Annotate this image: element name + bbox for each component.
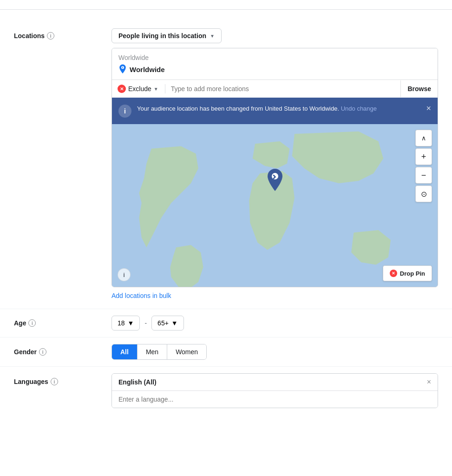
age-label: Age i [14,319,111,327]
add-bulk-link[interactable]: Add locations in bulk [111,292,171,299]
age-max-value: 65+ [157,319,169,327]
gender-buttons: All Men Women [111,344,207,360]
browse-button[interactable]: Browse [400,80,438,97]
gender-women-label: Women [176,348,198,356]
locations-label-text: Locations [14,32,45,40]
exclude-button[interactable]: ✕ Exclude ▼ [112,80,164,98]
languages-content: English (All) × [111,373,438,408]
gender-label-text: Gender [14,348,37,356]
gender-label: Gender i [14,348,111,356]
gender-all-button[interactable]: All [112,344,138,359]
info-banner-message: Your audience location has been changed … [137,105,339,112]
drop-pin-label: Drop Pin [400,270,425,277]
language-tag-english-text: English (All) [118,378,157,386]
languages-row: Languages i English (All) × [0,366,452,417]
gender-women-button[interactable]: Women [167,344,206,359]
languages-label-text: Languages [14,378,48,385]
age-min-value: 18 [118,319,125,327]
info-banner-text: Your audience location has been changed … [137,104,420,113]
exclude-chevron-icon: ▼ [154,86,158,92]
location-display: Worldwide Worldwide [112,48,438,79]
search-divider [165,84,165,93]
undo-change-link[interactable]: Undo change [341,105,377,112]
location-placeholder: Worldwide [118,54,431,61]
language-tag-english: English (All) × [112,374,438,391]
locations-info-icon[interactable]: i [47,32,54,40]
age-max-chevron: ▼ [171,319,178,327]
map-container: ∧ + − ⊙ [112,124,438,287]
minus-icon: − [421,171,426,180]
locate-icon: ⊙ [421,190,427,198]
gender-all-label: All [120,348,129,356]
languages-info-icon[interactable]: i [51,378,58,385]
drop-pin-x-icon: ✕ [390,270,397,277]
location-type-label: People living in this location [118,32,206,40]
exclude-label: Exclude [128,85,151,93]
location-search-input[interactable] [166,80,401,97]
age-max-dropdown[interactable]: 65+ ▼ [151,316,184,331]
info-banner-icon: i [118,105,131,118]
age-label-text: Age [14,319,26,327]
map-info-bottom-icon[interactable]: i [118,268,131,281]
language-search-input[interactable] [112,391,438,408]
locations-section: Locations i People living in this locati… [0,24,452,309]
browse-label: Browse [407,85,431,93]
selected-location-text: Worldwide [130,66,165,73]
location-input-container: Worldwide Worldwide ✕ Exclude [111,48,438,287]
exclude-x-icon: ✕ [118,85,126,93]
exclude-search-row: ✕ Exclude ▼ Browse [112,79,438,98]
close-icon[interactable]: × [426,104,431,112]
map-expand-button[interactable]: ∧ [415,130,432,146]
chevron-up-icon: ∧ [421,134,426,142]
location-type-button[interactable]: People living in this location ▼ [111,28,222,43]
drop-pin-button[interactable]: ✕ Drop Pin [383,265,432,281]
map-zoom-out-button[interactable]: − [415,167,432,184]
age-row: Age i 18 ▼ - 65+ ▼ [0,309,452,337]
map-controls: ∧ + − ⊙ [415,130,432,202]
locations-label: Locations i [14,28,111,40]
map-locate-button[interactable]: ⊙ [415,185,432,202]
age-info-icon[interactable]: i [28,319,36,327]
map-svg [112,124,438,287]
plus-icon: + [421,152,426,162]
language-remove-icon[interactable]: × [427,378,431,386]
locations-content: People living in this location ▼ Worldwi… [111,28,438,299]
chevron-down-icon: ▼ [210,33,215,39]
info-banner: i Your audience location has been change… [112,98,438,124]
languages-label: Languages i [14,373,111,385]
top-divider [0,9,452,10]
language-tags-box: English (All) × [111,373,438,408]
map-zoom-in-button[interactable]: + [415,148,432,165]
location-tag: Worldwide [118,64,165,74]
age-controls: 18 ▼ - 65+ ▼ [111,316,184,331]
age-dash: - [144,319,147,327]
gender-men-label: Men [146,348,158,356]
age-min-chevron: ▼ [128,319,134,327]
worldwide-pin-icon [118,64,127,74]
page-wrapper: Locations i People living in this locati… [0,0,452,427]
gender-row: Gender i All Men Women [0,337,452,366]
age-min-dropdown[interactable]: 18 ▼ [111,316,140,331]
gender-info-icon[interactable]: i [39,348,46,356]
map-worldwide-pin [266,169,284,192]
gender-men-button[interactable]: Men [138,344,167,359]
